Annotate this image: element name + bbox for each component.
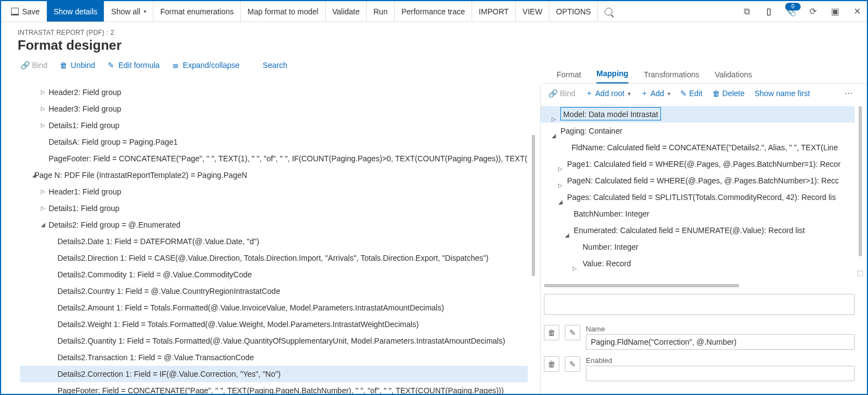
add-button[interactable]: ＋Add▾: [641, 88, 670, 98]
tree-row-label: DetailsA: Field group = Paging.Page1: [49, 138, 178, 146]
search-icon: [252, 61, 260, 69]
mapping-row[interactable]: ◢Paging: Container: [541, 123, 855, 139]
caret-right-icon[interactable]: ▷: [40, 205, 46, 212]
mapping-row-label: Number: Integer: [583, 243, 638, 251]
mapping-row[interactable]: ◢Enumerated: Calculated field = ENUMERAT…: [541, 222, 855, 239]
tree-row-label: Details2.Correction 1: Field = IF(@.Valu…: [57, 370, 280, 378]
show-all-button[interactable]: Show all▾: [104, 1, 154, 22]
map-model-button[interactable]: Map format to model: [241, 1, 325, 22]
right-bind-button[interactable]: 🔗Bind: [548, 89, 575, 98]
tree-row[interactable]: ◢Details2: Field group = @.Enumerated: [20, 217, 528, 233]
view-button[interactable]: VIEW: [516, 1, 549, 22]
tab-validations[interactable]: Validations: [715, 70, 752, 83]
mapping-row[interactable]: ▷Value: Record: [541, 255, 855, 272]
link-icon[interactable]: ⧉: [739, 4, 754, 19]
tree-row-label: Header2: Field group: [49, 88, 121, 97]
prop-name-edit-icon[interactable]: ✎: [565, 325, 580, 340]
tree-row[interactable]: PageFooter: Field = CONCATENATE("Page", …: [20, 382, 528, 394]
import-button[interactable]: IMPORT: [472, 1, 516, 22]
tree-row[interactable]: ◢Page N: PDF File (IntrastatReportTempla…: [20, 167, 528, 183]
chevron-down-icon: ▾: [668, 91, 670, 97]
prop-name-delete-icon[interactable]: 🗑: [544, 325, 559, 340]
attachments-icon[interactable]: 📎0: [783, 4, 798, 19]
tab-mapping[interactable]: Mapping: [596, 69, 628, 83]
caret-right-icon[interactable]: ▷: [40, 106, 46, 112]
tree-row[interactable]: Details2.Commodity 1: Field = @.Value.Co…: [20, 266, 528, 283]
office-icon[interactable]: ▯: [761, 4, 776, 19]
tree-row[interactable]: Details2.Country 1: Field = @.Value.Coun…: [20, 283, 528, 299]
prop-enabled-value[interactable]: [586, 366, 855, 381]
save-button[interactable]: Save: [4, 1, 47, 22]
tree-row[interactable]: ▷Header2: Field group: [20, 84, 528, 101]
mapping-row[interactable]: ▷Model: Data model Intrastat: [541, 106, 855, 123]
top-toolbar: Save Show details Show all▾ Format enume…: [1, 1, 867, 22]
tab-format[interactable]: Format: [557, 70, 581, 83]
caret-down-icon[interactable]: ◢: [40, 222, 46, 228]
run-button[interactable]: Run: [367, 1, 395, 22]
tree-row[interactable]: DetailsA: Field group = Paging.Page1: [20, 134, 528, 150]
delete-button[interactable]: 🗑Delete: [712, 89, 744, 98]
format-tree[interactable]: ▷Header2: Field group▷Header3: Field gro…: [20, 84, 528, 394]
tab-transformations[interactable]: Transformations: [644, 70, 700, 83]
format-enum-button[interactable]: Format enumerations: [154, 1, 241, 22]
mapping-row-label: PageN: Calculated field = WHERE(@.Pages,…: [567, 176, 839, 185]
more-button[interactable]: ⋯: [845, 89, 859, 98]
show-name-first-button[interactable]: Show name first: [754, 89, 809, 98]
tree-row[interactable]: Details2.Direction 1: Field = CASE(@.Val…: [20, 250, 528, 266]
unbind-link[interactable]: 🗑Unbind: [60, 61, 95, 70]
prop-enabled-delete-icon[interactable]: 🗑: [544, 356, 559, 372]
plus-icon: ＋: [641, 88, 648, 98]
chevron-down-icon: ▾: [628, 91, 631, 97]
prop-name-value[interactable]: Paging.FldName("Correction", @.Number): [586, 334, 855, 350]
tree-row[interactable]: Details2.Date 1: Field = DATEFORMAT(@.Va…: [20, 233, 528, 250]
tree-row[interactable]: ▷Header1: Field group: [20, 183, 528, 200]
show-details-button[interactable]: Show details: [47, 1, 104, 22]
caret-right-icon[interactable]: ▷: [40, 122, 46, 129]
perf-trace-button[interactable]: Performance trace: [395, 1, 472, 22]
tree-row[interactable]: ▷Details1: Field group: [20, 117, 528, 134]
caret-down-icon[interactable]: ◢: [31, 172, 38, 178]
tree-row-label: PageFooter: Field = CONCATENATE("Page", …: [57, 386, 504, 394]
tree-row[interactable]: ▷Details1: Field group: [20, 200, 528, 217]
mapping-row[interactable]: ◢Pages: Calculated field = SPLITLIST(Tot…: [541, 189, 855, 206]
mapping-row-label: BatchNumber: Integer: [574, 209, 649, 218]
tree-row-label: Details2.Commodity 1: Field = @.Value.Co…: [57, 270, 252, 279]
tree-row[interactable]: ▷Header3: Field group: [20, 101, 528, 117]
tree-row-label: Details2.Date 1: Field = DATEFORMAT(@.Va…: [57, 237, 259, 246]
edit-formula-link[interactable]: ✎Edit formula: [107, 61, 160, 70]
popout-icon[interactable]: ▣: [827, 4, 843, 19]
options-button[interactable]: OPTIONS: [549, 1, 598, 22]
expand-collapse-link[interactable]: ≣Expand/collapse: [172, 61, 240, 70]
left-scrollbar[interactable]: [531, 84, 536, 394]
mapping-row[interactable]: ▷Page1: Calculated field = WHERE(@.Pages…: [541, 156, 855, 172]
validate-button[interactable]: Validate: [326, 1, 367, 22]
mapping-row[interactable]: BatchNumber: Integer: [541, 206, 855, 222]
tree-row[interactable]: Details2.Correction 1: Field = IF(@.Valu…: [20, 366, 528, 382]
mapping-row[interactable]: FldName: Calculated field = CONCATENATE(…: [541, 139, 855, 156]
refresh-icon[interactable]: ⟳: [805, 4, 821, 19]
mapping-row[interactable]: ▷PageN: Calculated field = WHERE(@.Pages…: [541, 172, 855, 189]
search-button[interactable]: [598, 1, 619, 22]
edit-button[interactable]: ✎Edit: [680, 89, 702, 98]
prop-enabled-edit-icon[interactable]: ✎: [565, 356, 580, 372]
link-icon: 🔗: [21, 61, 29, 69]
right-hscroll[interactable]: [544, 284, 855, 288]
prop-enabled-label: Enabled: [586, 356, 855, 365]
mapping-row-label: Enumerated: Calculated field = ENUMERATE…: [574, 226, 805, 235]
mapping-row-label: Paging: Container: [560, 127, 622, 135]
add-root-button[interactable]: ＋Add root▾: [585, 88, 631, 98]
blank-field[interactable]: [544, 294, 855, 315]
tree-row[interactable]: Details2.Quantity 1: Field = Totals.Form…: [20, 333, 528, 349]
tree-row[interactable]: Details2.Amount 1: Field = Totals.Format…: [20, 299, 528, 316]
search-link[interactable]: Search: [252, 61, 287, 70]
caret-right-icon[interactable]: ▷: [40, 89, 46, 96]
caret-right-icon[interactable]: ▷: [571, 260, 578, 277]
right-scrollbar[interactable]: [858, 106, 862, 273]
close-icon[interactable]: ✕: [849, 4, 865, 19]
tree-row[interactable]: PageFooter: Field = CONCATENATE("Page", …: [20, 150, 528, 167]
tree-row[interactable]: Details2.Weight 1: Field = Totals.Format…: [20, 316, 528, 333]
caret-right-icon[interactable]: ▷: [40, 188, 46, 195]
tree-row[interactable]: Details2.Transaction 1: Field = @.Value.…: [20, 349, 528, 366]
mapping-row[interactable]: Number: Integer: [541, 239, 855, 255]
bind-link[interactable]: 🔗Bind: [21, 61, 47, 70]
